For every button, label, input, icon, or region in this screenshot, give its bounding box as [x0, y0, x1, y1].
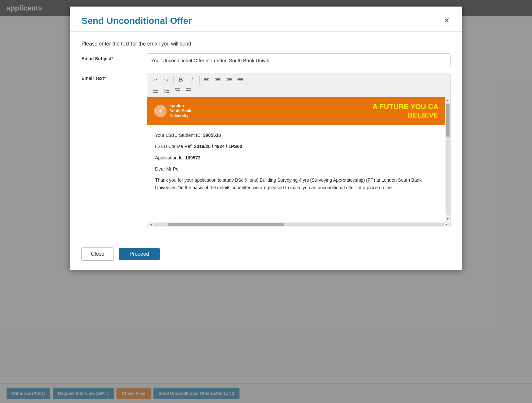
bold-button[interactable]: B [176, 75, 186, 84]
modal-title: Send Unconditional Offer [81, 16, 192, 26]
required-star: * [112, 56, 113, 61]
outdent-button[interactable] [172, 86, 183, 95]
course-ref-line: LSBU Course Ref: 2019/20 / 4924 / 1PS00 [155, 143, 437, 150]
align-center-button[interactable] [213, 75, 223, 84]
vertical-scrollbar[interactable]: ▲ ▼ [445, 97, 450, 222]
email-banner: ⚜ London South Bank University [147, 97, 445, 125]
undo-button[interactable]: ↩ [150, 75, 160, 84]
body-text: Thank you for your application to study … [155, 176, 437, 191]
toolbar-separator-2 [199, 76, 200, 84]
editor-content-area[interactable]: ⚜ London South Bank University [147, 97, 450, 222]
h-scroll-thumb[interactable] [168, 223, 284, 226]
greeting-line: Dear Mr Po, [155, 165, 437, 173]
app-id-line: Application Id: 109573 [155, 154, 437, 161]
proceed-button[interactable]: Proceed [119, 248, 160, 260]
toolbar-separator-1 [173, 76, 174, 84]
toolbar-row-2: 1.2.3. [150, 86, 448, 95]
university-logo-icon: ⚜ [154, 104, 167, 118]
modal-footer: Close Proceed [70, 241, 462, 270]
close-button[interactable]: Close [81, 247, 114, 261]
modal-header: Send Unconditional Offer × [70, 7, 462, 32]
intro-text: Please enter the text for the email you … [81, 41, 451, 47]
redo-button[interactable]: ↪ [161, 75, 171, 84]
svg-text:3.: 3. [164, 91, 165, 93]
ordered-list-button[interactable]: 1.2.3. [161, 86, 171, 95]
modal-body: Please enter the text for the email you … [70, 32, 462, 241]
modal-overlay: Send Unconditional Offer × Please enter … [0, 0, 532, 403]
scroll-thumb[interactable] [446, 103, 450, 137]
email-text-label: Email Text* [81, 73, 147, 81]
justify-button[interactable] [235, 75, 245, 84]
email-body-content: Your LSBU Student ID: 3905538 LSBU Cours… [147, 125, 445, 202]
h-scroll-track [153, 223, 444, 226]
scroll-right-arrow[interactable]: ► [444, 222, 449, 227]
italic-button[interactable]: I [187, 75, 197, 84]
email-text-row: Email Text* ↩ ↪ B I [81, 73, 451, 227]
toolbar-row-1: ↩ ↪ B I [150, 75, 448, 84]
modal-close-icon[interactable]: × [443, 16, 451, 25]
align-left-button[interactable] [202, 75, 212, 84]
align-right-button[interactable] [224, 75, 234, 84]
banner-logo: ⚜ London South Bank University [154, 103, 191, 119]
svg-point-12 [153, 89, 154, 90]
scroll-down-arrow[interactable]: ▼ [445, 216, 451, 222]
scroll-left-arrow[interactable]: ◄ [149, 222, 153, 227]
email-text-editor: ↩ ↪ B I [147, 73, 451, 227]
unordered-list-button[interactable] [150, 86, 160, 95]
email-subject-input[interactable] [147, 53, 451, 67]
editor-toolbar: ↩ ↪ B I [147, 73, 450, 97]
scroll-up-arrow[interactable]: ▲ [445, 97, 451, 102]
svg-point-16 [153, 92, 154, 93]
send-offer-modal: Send Unconditional Offer × Please enter … [70, 7, 462, 270]
email-subject-label: Email Subject* [81, 53, 147, 61]
student-id-line: Your LSBU Student ID: 3905538 [155, 132, 437, 139]
svg-point-14 [153, 90, 154, 91]
university-name: London South Bank University [169, 103, 191, 119]
indent-button[interactable] [183, 86, 194, 95]
email-subject-row: Email Subject* [81, 53, 451, 67]
horizontal-scrollbar[interactable]: ◄ ► [147, 222, 450, 227]
banner-slogan: A FUTURE YOU CA BELIEVE [372, 102, 438, 120]
required-star-2: * [104, 76, 106, 81]
scroll-track [446, 103, 450, 215]
svg-text:⚜: ⚜ [158, 108, 163, 114]
